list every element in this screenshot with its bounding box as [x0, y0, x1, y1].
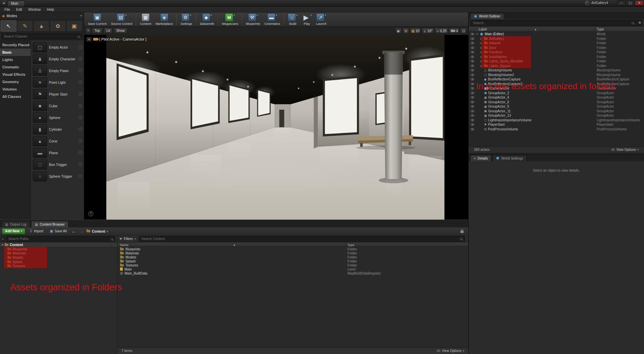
outliner-row-door[interactable]: ▸DoorFolder	[469, 46, 644, 50]
place-item-sphere-trigger[interactable]: ○Sphere Trigger?	[31, 170, 84, 182]
add-new-button[interactable]: Add New▾	[2, 228, 25, 234]
chevron-down-icon[interactable]: ▾	[276, 14, 277, 17]
asset-row-textures[interactable]: TexturesFolder	[117, 263, 468, 267]
chevron-down-icon[interactable]: ▾	[296, 14, 298, 17]
toolbar-button-datasmith[interactable]: ◆▾Datasmith	[198, 13, 216, 26]
category-volumes[interactable]: Volumes	[0, 85, 31, 93]
outliner-row-installations[interactable]: ▸InstallationsFolder	[469, 55, 644, 59]
outliner-row-artgallery[interactable]: ▸ArtGalleryFolder	[469, 37, 644, 41]
minimize-button[interactable]: –	[617, 0, 626, 5]
category-visual-effects[interactable]: Visual Effects	[0, 71, 31, 78]
back-arrow-icon[interactable]: ←	[71, 229, 76, 234]
outliner-header[interactable]: Label ▲ Type	[469, 26, 644, 32]
tree-item-textures[interactable]: Textures	[0, 264, 117, 268]
category-recently-placed[interactable]: Recently Placed	[0, 41, 31, 49]
place-item-cylinder[interactable]: ▮Cylinder?	[31, 123, 84, 135]
viewport-scene[interactable]	[106, 35, 444, 220]
toolbar-button-source-control[interactable]: ▤▾Source Control	[109, 13, 134, 26]
close-button[interactable]: ×	[635, 0, 644, 5]
menu-item-help[interactable]: Help	[44, 7, 57, 11]
landscape-mode-button[interactable]: ▲	[34, 20, 49, 32]
place-item-point-light[interactable]: ☀Point Light?	[31, 76, 84, 88]
camera-speed-button[interactable]: 4	[449, 28, 460, 34]
asset-row-models[interactable]: ModelsFolder	[117, 255, 468, 259]
category-all-classes[interactable]: All Classes	[0, 93, 31, 100]
import-button[interactable]: ↧Import	[28, 228, 46, 234]
visibility-eye-icon[interactable]	[471, 105, 474, 108]
visibility-eye-icon[interactable]	[471, 33, 474, 35]
tree-item-splash[interactable]: Splash	[0, 260, 117, 264]
search-content-input[interactable]	[139, 236, 465, 242]
viewport[interactable]: ▾TopLitShow ◉ ⊞ ▦10 ∠10° ▱0,25 4 ⊡ ▾ [ P…	[84, 27, 468, 220]
search-paths-input[interactable]	[6, 236, 115, 242]
sources-toggle-icon[interactable]: ≡	[1, 236, 5, 242]
asset-row-main[interactable]: MainLevel	[117, 267, 468, 271]
outliner-row-furniture[interactable]: ▸FurnitureFolder	[469, 50, 644, 55]
place-item-cube[interactable]: ■Cube?	[31, 100, 84, 112]
visibility-eye-icon[interactable]	[471, 60, 474, 62]
toolbar-button-build[interactable]: ⌂▾Build	[286, 13, 299, 26]
expander-closed-icon[interactable]: ▸	[480, 46, 483, 49]
outliner-row-blockingvolume[interactable]: ▢BlockingVolumeBlockingVolume	[469, 68, 644, 73]
chevron-down-icon[interactable]: ▾	[310, 14, 312, 17]
category-basic[interactable]: Basic	[0, 49, 31, 56]
expander-closed-icon[interactable]: ▸	[480, 37, 483, 40]
toolbar-button-blueprints[interactable]: ⚒▾Blueprints	[244, 13, 262, 26]
paint-mode-button[interactable]: ✎	[17, 20, 33, 32]
asset-row-materials[interactable]: MaterialsFolder	[117, 251, 468, 255]
outliner-row-postprocessvolume[interactable]: ◎PostProcessVolumePostProcessVolume	[469, 127, 644, 132]
tree-root[interactable]: ▾ Content	[0, 242, 117, 247]
tab-world-outliner[interactable]: World Outliner	[470, 13, 504, 19]
add-filter-icon[interactable]: ⊕	[638, 20, 641, 25]
tab-output-log[interactable]: ▤ Output Log	[1, 221, 30, 227]
tab-content-browser[interactable]: ▦ Content Browser	[31, 221, 68, 227]
scale-snap-button[interactable]: ▱0,25	[435, 28, 448, 34]
category-cinematic[interactable]: Cinematic	[0, 63, 31, 71]
filter-funnel-icon[interactable]	[119, 238, 122, 240]
outliner-row-lights-square[interactable]: ▸Lights_SquareFolder	[469, 64, 644, 68]
visibility-eye-icon[interactable]	[471, 51, 474, 53]
maximize-button[interactable]: ▢	[626, 0, 635, 5]
outliner-row-playerstart[interactable]: ⚑PlayerStartPlayerStart	[469, 122, 644, 127]
outliner-row-blockingvolume2[interactable]: ▢BlockingVolume2BlockingVolume	[469, 73, 644, 77]
asset-row-splash[interactable]: SplashFolder	[117, 259, 468, 263]
menu-item-file[interactable]: File	[1, 7, 13, 11]
save-all-button[interactable]: ▣Save All	[48, 228, 69, 234]
maximize-viewport-icon[interactable]: ⊡	[460, 28, 467, 34]
visibility-eye-icon[interactable]	[471, 87, 474, 90]
expander-closed-icon[interactable]: ▸	[480, 55, 483, 58]
tree-item-models[interactable]: Models	[0, 255, 117, 260]
category-lights[interactable]: Lights	[0, 56, 31, 63]
asset-row-main-builtdata[interactable]: ▤Main_BuiltDataMapBuildDataRegistry	[117, 271, 468, 275]
visibility-eye-icon[interactable]	[471, 38, 474, 40]
place-item-empty-actor[interactable]: ▢Empty Actor?	[31, 41, 84, 53]
tree-item-blueprints[interactable]: Blueprints	[0, 247, 117, 251]
asset-row-blueprints[interactable]: BlueprintsFolder	[117, 247, 468, 251]
toolbar-button-megascans[interactable]: M▾Megascans	[220, 13, 240, 26]
toolbar-button-settings[interactable]: ⚙▾Settings	[179, 13, 194, 26]
visibility-eye-icon[interactable]	[471, 96, 474, 99]
chevron-down-icon[interactable]: ▾	[211, 14, 212, 17]
tab-details[interactable]: ≡ Details	[470, 155, 491, 161]
place-item-empty-pawn[interactable]: ♙Empty Pawn?	[31, 65, 84, 76]
place-item-plane[interactable]: ▬Plane?	[31, 147, 84, 159]
modes-header[interactable]: ◈ Modes ▾	[0, 12, 84, 19]
lock-icon[interactable]	[461, 231, 464, 233]
toolbar-button-marketplace[interactable]: ◈Marketplace	[154, 13, 175, 26]
visibility-eye-icon[interactable]	[471, 47, 474, 49]
tree-item-materials[interactable]: Materials	[0, 251, 117, 256]
chevron-down-icon[interactable]: ▾	[233, 14, 235, 17]
outliner-row-groupactor-13[interactable]: ▣GroupActor_13GroupActor	[469, 113, 644, 118]
chevron-down-icon[interactable]: ▾	[257, 14, 258, 17]
viewport-show-button[interactable]: Show	[114, 28, 127, 34]
visibility-eye-icon[interactable]	[471, 69, 474, 71]
expander-closed-icon[interactable]: ▸	[480, 51, 483, 54]
place-item-cone[interactable]: ▲Cone?	[31, 135, 84, 147]
visibility-eye-icon[interactable]	[471, 83, 474, 85]
place-item-sphere[interactable]: ●Sphere?	[31, 112, 84, 123]
chevron-down-icon[interactable]: ▾	[325, 14, 326, 17]
breadcrumb[interactable]: Content ▸	[87, 229, 108, 233]
grid-snap-button[interactable]: ▦10	[410, 28, 421, 34]
chevron-down-icon[interactable]: ▾	[190, 14, 191, 17]
expander-open-icon[interactable]: ▾	[2, 243, 3, 246]
